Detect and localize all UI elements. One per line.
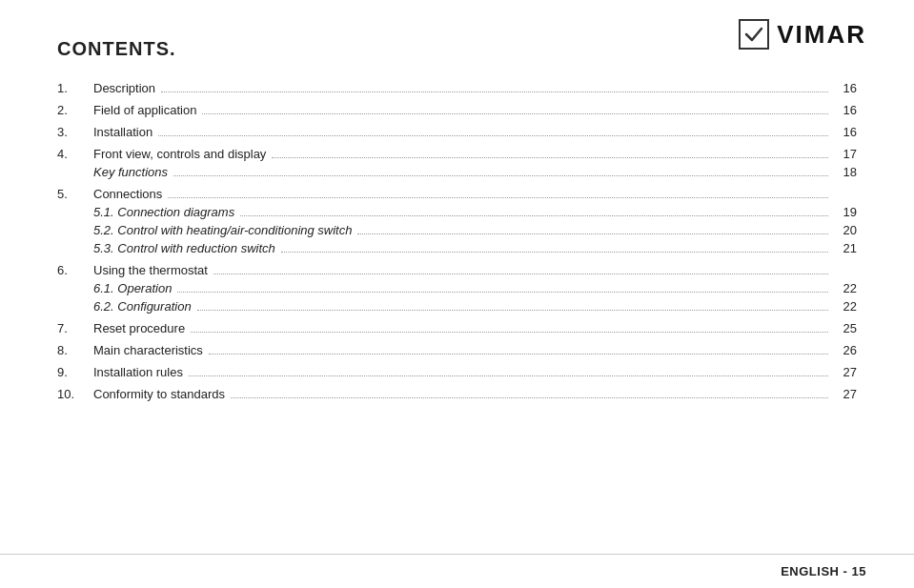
page: VIMAR CONTENTS. 1. Description 16 2. Fie… bbox=[0, 0, 914, 588]
toc-sub-entry: Key functions 18 bbox=[57, 165, 857, 179]
toc-label: Installation bbox=[93, 125, 152, 139]
toc-page: 27 bbox=[834, 387, 857, 401]
toc-dots bbox=[357, 233, 828, 234]
toc-dots bbox=[202, 113, 828, 114]
vimar-checkmark-icon bbox=[743, 24, 764, 45]
toc-dots bbox=[281, 252, 828, 253]
toc-dots bbox=[168, 197, 828, 198]
toc-sub-label: Key functions bbox=[93, 165, 168, 179]
toc-container: 1. Description 16 2. Field of applicatio… bbox=[57, 81, 857, 401]
toc-page: 16 bbox=[834, 103, 857, 117]
toc-page: 16 bbox=[834, 81, 857, 95]
toc-entry-2: 2. Field of application 16 bbox=[57, 103, 857, 117]
vimar-logo-icon bbox=[739, 19, 769, 50]
toc-number: 5. bbox=[57, 187, 93, 201]
toc-label: Main characteristics bbox=[93, 343, 203, 357]
toc-entry-4: 4. Front view, controls and display 17 K… bbox=[57, 147, 857, 179]
toc-sub-label: 6.1. Operation bbox=[93, 281, 172, 295]
toc-number: 1. bbox=[57, 81, 93, 95]
toc-entry-5: 5. Connections 5.1. Connection diagrams … bbox=[57, 187, 857, 255]
toc-label: Connections bbox=[93, 187, 162, 201]
toc-sub-label: 5.2. Control with heating/air-conditioni… bbox=[93, 223, 352, 237]
toc-dots bbox=[158, 135, 828, 136]
toc-sub-page: 20 bbox=[834, 223, 857, 237]
toc-entry-9: 9. Installation rules 27 bbox=[57, 365, 857, 379]
toc-entry-10: 10. Conformity to standards 27 bbox=[57, 387, 857, 401]
toc-page: 25 bbox=[834, 321, 857, 335]
toc-sub-label: 5.3. Control with reduction switch bbox=[93, 241, 275, 255]
toc-entry-3: 3. Installation 16 bbox=[57, 125, 857, 139]
toc-dots bbox=[191, 332, 828, 333]
toc-sub-page: 18 bbox=[834, 165, 857, 179]
toc-dots bbox=[189, 375, 828, 376]
toc-label: Front view, controls and display bbox=[93, 147, 266, 161]
toc-number: 8. bbox=[57, 343, 93, 357]
toc-number: 4. bbox=[57, 147, 93, 161]
toc-sub-page: 21 bbox=[834, 241, 857, 255]
toc-sub-entry: 6.2. Configuration 22 bbox=[57, 299, 857, 314]
toc-number: 2. bbox=[57, 103, 93, 117]
toc-label: Reset procedure bbox=[93, 321, 185, 335]
toc-sub-entry: 5.1. Connection diagrams 19 bbox=[57, 205, 857, 219]
toc-dots bbox=[209, 354, 828, 355]
toc-page: 27 bbox=[834, 365, 857, 379]
footer-label: ENGLISH - 15 bbox=[781, 564, 866, 578]
toc-dots bbox=[213, 274, 828, 274]
toc-entry-1: 1. Description 16 bbox=[57, 81, 857, 95]
logo-area: VIMAR bbox=[739, 19, 866, 50]
toc-number: 9. bbox=[57, 365, 93, 379]
toc-dots bbox=[272, 157, 828, 158]
toc-label: Field of application bbox=[93, 103, 196, 117]
toc-dots bbox=[231, 397, 828, 398]
toc-number: 10. bbox=[57, 387, 93, 401]
toc-number: 6. bbox=[57, 263, 93, 277]
toc-sub-label: 6.2. Configuration bbox=[93, 299, 192, 314]
toc-label: Installation rules bbox=[93, 365, 183, 379]
toc-entry-8: 8. Main characteristics 26 bbox=[57, 343, 857, 357]
toc-dots bbox=[177, 292, 828, 293]
toc-sub-entry: 5.2. Control with heating/air-conditioni… bbox=[57, 223, 857, 237]
toc-number: 3. bbox=[57, 125, 93, 139]
toc-sub-page: 22 bbox=[834, 299, 857, 314]
contents-heading: CONTENTS. bbox=[57, 38, 857, 60]
toc-dots bbox=[240, 215, 828, 216]
toc-number: 7. bbox=[57, 321, 93, 335]
toc-label: Description bbox=[93, 81, 155, 95]
toc-page: 26 bbox=[834, 343, 857, 357]
toc-sub-page: 22 bbox=[834, 281, 857, 295]
footer-bar: ENGLISH - 15 bbox=[0, 554, 914, 588]
toc-entry-7: 7. Reset procedure 25 bbox=[57, 321, 857, 335]
toc-sub-label: 5.1. Connection diagrams bbox=[93, 205, 234, 219]
toc-page: 16 bbox=[834, 125, 857, 139]
toc-label: Conformity to standards bbox=[93, 387, 225, 401]
toc-sub-page: 19 bbox=[834, 205, 857, 219]
toc-sub-entry: 5.3. Control with reduction switch 21 bbox=[57, 241, 857, 255]
toc-label: Using the thermostat bbox=[93, 263, 208, 277]
toc-page: 17 bbox=[834, 147, 857, 161]
toc-dots bbox=[197, 310, 828, 311]
toc-entry-6: 6. Using the thermostat 6.1. Operation 2… bbox=[57, 263, 857, 314]
logo-text: VIMAR bbox=[777, 20, 866, 50]
toc-dots bbox=[173, 175, 828, 176]
toc-sub-entry: 6.1. Operation 22 bbox=[57, 281, 857, 295]
toc-dots bbox=[161, 91, 828, 92]
